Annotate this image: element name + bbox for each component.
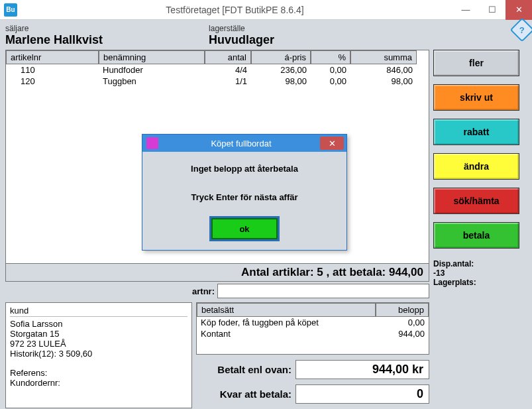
pay-button[interactable]: betala	[433, 222, 519, 249]
window-minimize-button[interactable]: —	[452, 0, 479, 20]
discount-button[interactable]: rabatt	[433, 119, 519, 145]
disp-info: Disp.antal: -13 Lagerplats:	[433, 259, 519, 287]
customer-name: Sofia Larsson	[10, 319, 187, 329]
col-artikelnr[interactable]: artikelnr	[6, 50, 99, 64]
window-title: Testföretaget [FDT ButikPE 8.6.4]	[17, 5, 452, 15]
dialog-title: Köpet fullbordat	[162, 139, 320, 148]
col-betalsatt[interactable]: betalsätt	[197, 303, 376, 317]
col-percent[interactable]: %	[311, 50, 350, 64]
paid-value: 944,00 kr	[295, 360, 429, 379]
table-row[interactable]: 120 Tuggben 1/1 98,00 0,00 98,00	[6, 76, 429, 87]
customer-reference: Referens:	[10, 368, 187, 378]
window-close-button[interactable]: ✕	[505, 0, 532, 20]
remaining-label: Kvar att betala:	[196, 388, 295, 400]
payment-row[interactable]: Köp foder, få tuggben på köpet 0,00	[197, 317, 429, 328]
col-benamning[interactable]: benämning	[99, 50, 205, 64]
artnr-label: artnr:	[5, 286, 217, 296]
payment-table: betalsätt belopp Köp foder, få tuggben p…	[196, 302, 429, 355]
payment-row[interactable]: Kontant 944,00	[197, 328, 429, 339]
totals-bar: Antal artiklar: 5 , att betala: 944,00	[5, 264, 429, 282]
purchase-complete-dialog: Köpet fullbordat ✕ Inget belopp att åter…	[142, 134, 347, 251]
dialog-app-icon	[146, 137, 158, 149]
warehouse-label: lagerställe	[209, 24, 274, 33]
remaining-value: 0	[295, 384, 429, 404]
dialog-titlebar[interactable]: Köpet fullbordat ✕	[142, 135, 346, 152]
change-button[interactable]: ändra	[433, 153, 519, 180]
customer-ordernr: Kundordernr:	[10, 378, 187, 388]
window-maximize-button[interactable]: ☐	[479, 0, 505, 20]
search-button[interactable]: sök/hämta	[433, 188, 519, 214]
customer-address1: Storgatan 15	[10, 329, 187, 339]
customer-history: Historik(12): 3 509,60	[10, 349, 187, 359]
col-antal[interactable]: antal	[205, 50, 251, 64]
dialog-message-1: Inget belopp att återbetala	[149, 164, 340, 174]
table-row[interactable]: 110 Hundfoder 4/4 236,00 0,00 846,00	[6, 64, 429, 76]
dialog-message-2: Tryck Enter för nästa affär	[149, 192, 340, 202]
paid-label: Betalt enl ovan:	[196, 364, 295, 375]
seller-name: Marlene Hallkvist	[5, 33, 103, 47]
dialog-close-button[interactable]: ✕	[320, 137, 344, 150]
window-titlebar: Bu Testföretaget [FDT ButikPE 8.6.4] — ☐…	[0, 0, 532, 20]
artnr-input[interactable]	[217, 284, 429, 298]
col-belopp[interactable]: belopp	[376, 303, 429, 317]
app-icon: Bu	[4, 3, 17, 17]
customer-box: kund Sofia Larsson Storgatan 15 972 23 L…	[5, 302, 192, 408]
more-button[interactable]: fler	[433, 50, 519, 76]
col-apris[interactable]: á-pris	[251, 50, 311, 64]
print-button[interactable]: skriv ut	[433, 84, 519, 111]
dialog-ok-button[interactable]: ok	[211, 218, 278, 239]
customer-header: kund	[10, 306, 187, 317]
customer-address2: 972 23 LULEÅ	[10, 339, 187, 349]
seller-label: säljare	[5, 24, 103, 33]
col-summa[interactable]: summa	[350, 50, 417, 64]
warehouse-name: Huvudlager	[209, 33, 274, 47]
